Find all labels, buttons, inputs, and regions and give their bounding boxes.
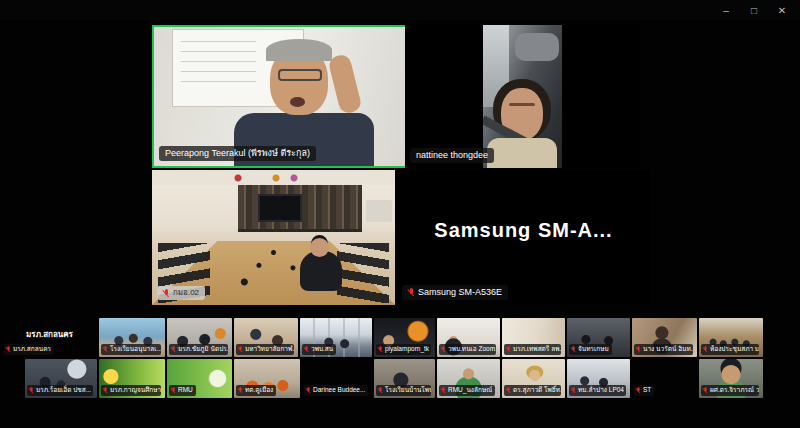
muted-mic-icon bbox=[238, 387, 243, 393]
car-headrest bbox=[515, 33, 559, 61]
participant-name-text: Darinee Buddee... bbox=[313, 386, 365, 395]
participant-name-label: ทม.ลำปาง LP04 bbox=[569, 385, 626, 396]
participant-tile[interactable]: ห้องประชุมสภา มร... bbox=[699, 318, 763, 357]
participant-name-label: Samsung SM-A536E bbox=[402, 285, 508, 300]
participant-name-text: มรภ.เทพสตรี ลพ... bbox=[513, 345, 561, 354]
gallery-row-1: มรภ.สกลนครมรภ.สกลนครโรงเรียนอนุบาลเ...มร… bbox=[2, 318, 763, 357]
speaker-glasses bbox=[278, 69, 322, 81]
participant-name-label: มรภ.เทพสตรี ลพ... bbox=[504, 344, 561, 355]
speaker-hair bbox=[266, 39, 332, 61]
muted-mic-icon bbox=[506, 346, 511, 352]
participant-tile[interactable]: มหาวิทยาลัยกาฬ... bbox=[234, 318, 298, 357]
participant-tile[interactable]: ทม.ลำปาง LP04 bbox=[567, 359, 630, 398]
participant-tile[interactable]: piyalamporn_tk bbox=[374, 318, 435, 357]
muted-mic-icon bbox=[29, 387, 34, 393]
active-speaker-tile[interactable]: Peerapong Teerakul (พีรพงษ์ ตีระกุล) bbox=[152, 25, 408, 168]
participant-tile[interactable]: มรภ.สกลนครมรภ.สกลนคร bbox=[2, 318, 97, 357]
participant-name-text: ดร.สุภาวดี โพธิ์ท... bbox=[513, 386, 561, 395]
muted-mic-icon bbox=[506, 387, 511, 393]
minimize-icon[interactable]: – bbox=[712, 0, 740, 20]
participant-tile[interactable]: ผศ.ดร.จิราภรณ์ ว... bbox=[699, 359, 763, 398]
muted-mic-icon bbox=[636, 387, 641, 393]
muted-mic-icon bbox=[636, 346, 641, 352]
muted-mic-icon bbox=[571, 387, 576, 393]
muted-mic-icon bbox=[306, 387, 311, 393]
participant-tile[interactable]: RMU_นงลักษณ์ bbox=[437, 359, 500, 398]
participant-name-text: มรภ.กาญจนศึกษา... bbox=[110, 386, 161, 395]
participant-name-label: มรภ.ชัยภูมิ นัดปร... bbox=[169, 344, 228, 355]
muted-mic-icon bbox=[6, 346, 11, 352]
participant-name-text: RMU_นงลักษณ์ bbox=[448, 386, 492, 395]
participant-name-text: มรภ.ร้อยเอ็ด ปชส... bbox=[36, 386, 91, 395]
participant-name-label: กมอ.02 bbox=[157, 286, 205, 300]
participant-name-text: จันทรเกษม bbox=[578, 345, 609, 354]
participant-tile[interactable]: Darinee Buddee... bbox=[302, 359, 372, 398]
participant-name-text: นาง นวรัตน์ อินท... bbox=[643, 345, 693, 354]
participant-name-label: piyalamporn_tk bbox=[376, 344, 431, 355]
participant-name-label: วพบ.สน bbox=[302, 344, 336, 355]
titlebar: – □ ✕ bbox=[0, 0, 800, 20]
participant-name-text: ผศ.ดร.จิราภรณ์ ว... bbox=[710, 386, 759, 395]
participant-tile[interactable]: ทต.คูเมือง bbox=[234, 359, 300, 398]
participant-name-text: ST bbox=[643, 386, 651, 395]
woman-brow bbox=[509, 103, 535, 106]
participant-name-label: โรงเรียนบ้านโพน... bbox=[376, 385, 431, 396]
participant-tile[interactable]: ST bbox=[632, 359, 697, 398]
participant-name-text: วพบ.สน bbox=[311, 345, 333, 354]
participant-name-text: มรภ.สกลนคร bbox=[13, 345, 51, 354]
participant-tile[interactable]: จันทรเกษม bbox=[567, 318, 630, 357]
conference-room-tile[interactable]: กมอ.02 bbox=[152, 170, 395, 305]
muted-mic-icon bbox=[171, 346, 176, 352]
participant-name-text: วพบ.ทนเอ Zoom... bbox=[448, 345, 496, 354]
participant-tile[interactable]: RMU bbox=[167, 359, 232, 398]
participant-name-label: โรงเรียนอนุบาลเ... bbox=[101, 344, 161, 355]
participant-name-label: nattinee thongdee bbox=[410, 148, 494, 163]
participant-name-label: ผศ.ดร.จิราภรณ์ ว... bbox=[701, 385, 759, 396]
participant-tile[interactable]: วพบ.ทนเอ Zoom... bbox=[437, 318, 500, 357]
participant-tile[interactable]: โรงเรียนบ้านโพน... bbox=[374, 359, 435, 398]
participant-name-label: นาง นวรัตน์ อินท... bbox=[634, 344, 693, 355]
participant-tile[interactable]: วพบ.สน bbox=[300, 318, 372, 357]
participant-name-label: ห้องประชุมสภา มร... bbox=[701, 344, 759, 355]
muted-mic-icon bbox=[378, 387, 383, 393]
participant-tile[interactable]: โรงเรียนอนุบาลเ... bbox=[99, 318, 165, 357]
car-interior-video bbox=[483, 25, 562, 168]
muted-mic-icon bbox=[703, 387, 708, 393]
participant-tile[interactable]: มรภ.ชัยภูมิ นัดปร... bbox=[167, 318, 232, 357]
participant-tile[interactable]: มรภ.ร้อยเอ็ด ปชส... bbox=[25, 359, 97, 398]
zoom-meeting-window: – □ ✕ Peerapong Teerakul (พีรพงษ์ ตีระกุ… bbox=[0, 0, 800, 428]
muted-mic-icon bbox=[408, 288, 415, 297]
muted-mic-icon bbox=[171, 387, 176, 393]
seated-person-head bbox=[310, 238, 329, 257]
participant-name-text: โรงเรียนอนุบาลเ... bbox=[110, 345, 161, 354]
participant-name-text: โรงเรียนบ้านโพน... bbox=[385, 386, 431, 395]
participant-name-label: Peerapong Teerakul (พีรพงษ์ ตีระกุล) bbox=[159, 146, 316, 161]
participant-name-label: Darinee Buddee... bbox=[304, 385, 368, 396]
figurine-shelf bbox=[152, 170, 395, 185]
participant-tile[interactable]: ดร.สุภาวดี โพธิ์ท... bbox=[502, 359, 565, 398]
participant-tile[interactable]: มรภ.กาญจนศึกษา... bbox=[99, 359, 165, 398]
portrait-video-tile[interactable]: nattinee thongdee bbox=[405, 25, 640, 168]
participant-name-text: Peerapong Teerakul (พีรพงษ์ ตีระกุล) bbox=[165, 148, 310, 159]
device-participant-tile[interactable]: Samsung SM-A... Samsung SM-A536E bbox=[397, 170, 650, 305]
tv-screen bbox=[258, 194, 302, 222]
participant-tile[interactable]: มรภ.เทพสตรี ลพ... bbox=[502, 318, 565, 357]
seated-person bbox=[300, 251, 342, 291]
printer bbox=[366, 200, 392, 222]
maximize-icon[interactable]: □ bbox=[740, 0, 768, 20]
participant-name-text: piyalamporn_tk bbox=[385, 345, 429, 354]
participant-name-text: กมอ.02 bbox=[173, 288, 199, 298]
muted-mic-icon bbox=[571, 346, 576, 352]
close-icon[interactable]: ✕ bbox=[768, 0, 796, 20]
participant-name-text: ทต.คูเมือง bbox=[245, 386, 273, 395]
participant-tile[interactable]: นาง นวรัตน์ อินท... bbox=[632, 318, 697, 357]
participant-name-text: มหาวิทยาลัยกาฬ... bbox=[245, 345, 294, 354]
participant-name-label: ST bbox=[634, 385, 654, 396]
muted-mic-icon bbox=[103, 346, 108, 352]
muted-mic-icon bbox=[163, 289, 170, 298]
participant-name-text: RMU bbox=[178, 386, 193, 395]
muted-mic-icon bbox=[238, 346, 243, 352]
participant-name-label: วพบ.ทนเอ Zoom... bbox=[439, 344, 496, 355]
muted-mic-icon bbox=[703, 346, 708, 352]
muted-mic-icon bbox=[441, 346, 446, 352]
